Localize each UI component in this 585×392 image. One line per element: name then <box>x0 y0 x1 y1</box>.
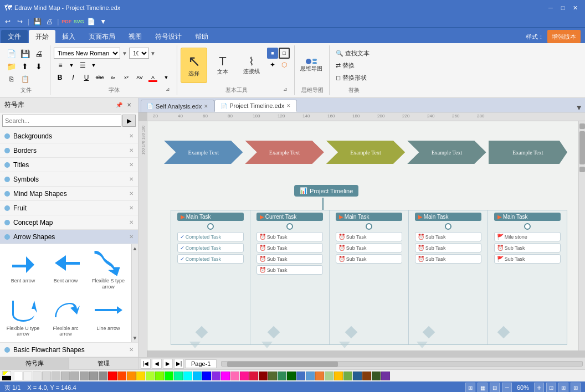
connect-tool-btn[interactable]: ⌇ 连接线 <box>238 48 265 83</box>
sub-task-5-2[interactable]: 🚩 Sub Task <box>494 254 561 264</box>
view-options-btn[interactable]: ⊞ <box>558 383 568 392</box>
color-swatch[interactable] <box>372 372 381 380</box>
copy-btn[interactable]: ⎘ <box>4 73 18 85</box>
page-nav-prev[interactable]: ◀ <box>152 359 162 369</box>
h-scrollbar[interactable] <box>221 361 583 367</box>
color-swatch[interactable] <box>249 372 258 380</box>
category-flowchart[interactable]: Basic Flowchart Shapes ✕ <box>0 343 138 357</box>
find-text-btn[interactable]: 🔍 查找文本 <box>333 48 372 59</box>
page-nav-next[interactable]: ▶ <box>163 359 173 369</box>
mindmap-btn[interactable]: 思维导图 <box>298 48 325 83</box>
category-symbols[interactable]: Symbols ✕ <box>0 172 138 187</box>
arrow-shapes-close[interactable]: ✕ <box>129 234 134 240</box>
completed-task-1[interactable]: ✓ Completed Task <box>177 232 244 241</box>
fit-page-btn[interactable]: ⊡ <box>546 383 556 392</box>
maximize-button[interactable]: □ <box>557 3 568 13</box>
sub-task-2-1[interactable]: ⏰ Sub Task <box>256 232 324 241</box>
chevron-5[interactable]: Example Text <box>489 141 567 164</box>
list-options[interactable]: ▼ <box>90 60 97 71</box>
zoom-out-btn[interactable]: − <box>502 383 512 392</box>
color-swatch[interactable] <box>80 372 89 380</box>
completed-task-3[interactable]: ✓ Completed Task <box>177 254 244 264</box>
color-swatch[interactable] <box>230 372 239 380</box>
current-task-header[interactable]: ▶ Current Task <box>256 213 324 221</box>
qa-pdf[interactable]: PDF <box>61 17 72 27</box>
symbol-search-button[interactable]: ▶ <box>122 115 136 127</box>
replace-btn[interactable]: ⇄ 替换 <box>333 60 372 71</box>
backgrounds-close[interactable]: ✕ <box>129 133 134 139</box>
bent-arrow-1[interactable]: Bent arrow <box>2 246 44 293</box>
color-swatch[interactable] <box>212 372 220 380</box>
bold-btn[interactable]: B <box>54 72 66 83</box>
sub-task-2-4[interactable]: ⏰ Sub Task <box>256 265 324 275</box>
tab-页面布局[interactable]: 页面布局 <box>82 30 122 43</box>
color-swatch[interactable] <box>42 372 51 380</box>
color-swatch[interactable] <box>108 372 117 380</box>
color-swatch[interactable] <box>306 372 315 380</box>
strikethrough-btn[interactable]: abc <box>94 72 106 83</box>
font-color-arrow[interactable]: ▼ <box>160 72 172 83</box>
symbol-library-tab[interactable]: 符号库 <box>0 358 69 370</box>
tab-文件[interactable]: 文件 <box>1 30 28 43</box>
color-swatch[interactable] <box>221 372 230 380</box>
panel-pin-btn[interactable]: 📌 <box>115 101 124 110</box>
color-swatch[interactable] <box>202 372 211 380</box>
color-swatch[interactable] <box>343 372 352 380</box>
page-nav-first[interactable]: |◀ <box>141 359 151 369</box>
color-swatch[interactable] <box>155 372 164 380</box>
manage-tab[interactable]: 管理 <box>69 358 138 370</box>
category-arrow-shapes[interactable]: Arrow Shapes ✕ <box>0 230 138 244</box>
chevron-2[interactable]: Example Text <box>245 141 324 164</box>
color-swatch[interactable] <box>381 372 390 380</box>
qa-undo[interactable]: ↩ <box>2 17 13 27</box>
chevron-4[interactable]: Example Text <box>407 141 486 164</box>
titles-close[interactable]: ✕ <box>129 162 134 168</box>
sub-task-2-3[interactable]: ⏰ Sub Task <box>256 254 324 264</box>
vscroll-thumb[interactable] <box>579 131 585 164</box>
chevron-1[interactable]: Example Text <box>164 141 243 164</box>
vscroll-down-btn[interactable] <box>579 167 585 172</box>
color-swatch[interactable] <box>259 372 268 380</box>
color-swatch[interactable] <box>278 372 286 380</box>
panel-close-btn[interactable]: ✕ <box>125 101 134 110</box>
sub-task-4-2[interactable]: ⏰ Sub Task <box>415 243 482 252</box>
tab-帮助[interactable]: 帮助 <box>188 30 215 43</box>
canvas-tab-close-2[interactable]: ✕ <box>286 103 291 109</box>
color-swatch[interactable] <box>165 372 173 380</box>
qa-more[interactable]: ▼ <box>98 17 109 27</box>
list-btn[interactable]: ☰ <box>76 60 89 71</box>
shape-border[interactable]: □ <box>279 48 290 59</box>
canvas-tab-close-1[interactable]: ✕ <box>204 104 208 109</box>
qa-print[interactable]: 🖨 <box>44 17 55 27</box>
color-swatch[interactable] <box>334 372 343 380</box>
text-align-options[interactable]: ▼ <box>68 60 75 71</box>
superscript-btn[interactable]: x² <box>120 72 132 83</box>
main-task-1-header[interactable]: ▶ Main Task <box>177 213 244 221</box>
font-family-select[interactable]: Times New Roman <box>54 48 120 59</box>
underline-btn[interactable]: U <box>80 72 93 83</box>
replace-shape-btn[interactable]: ◻ 替换形状 <box>333 72 372 83</box>
sub-task-2-2[interactable]: ⏰ Sub Task <box>256 243 324 252</box>
milestone-task[interactable]: 🚩 Mile stone <box>494 232 561 241</box>
line-arrow[interactable]: Line arrow <box>88 294 129 341</box>
category-backgrounds[interactable]: Backgrounds ✕ <box>0 129 138 143</box>
qa-doc[interactable]: 📄 <box>85 17 96 27</box>
print-btn[interactable]: 🖨 <box>32 48 45 60</box>
bent-arrow-2[interactable]: Bent arrow <box>45 246 86 293</box>
flexible-u-arrow[interactable]: Flexible U type arrow <box>2 294 44 341</box>
new2-btn[interactable]: 📁 <box>4 60 18 73</box>
sub-task-3-2[interactable]: ⏰ Sub Task <box>336 243 403 252</box>
mindmap-shapes-close[interactable]: ✕ <box>129 190 134 197</box>
page-tab-1[interactable]: Page-1 <box>185 359 217 368</box>
minimize-button[interactable]: ─ <box>545 3 556 13</box>
chevron-3[interactable]: Example Text <box>326 141 405 164</box>
sub-task-3-3[interactable]: ⏰ Sub Task <box>336 254 403 264</box>
category-mindmap-shapes[interactable]: Mind Map Shapes ✕ <box>0 187 138 201</box>
paste-btn[interactable]: 📋 <box>18 73 32 85</box>
shape-fill2[interactable]: ⬡ <box>279 59 290 70</box>
color-swatch[interactable] <box>315 372 324 380</box>
close-button[interactable]: ✕ <box>569 3 581 13</box>
tab-符号设计[interactable]: 符号设计 <box>148 30 188 43</box>
category-fruit[interactable]: Fruit ✕ <box>0 201 138 215</box>
color-swatch[interactable] <box>240 372 249 380</box>
